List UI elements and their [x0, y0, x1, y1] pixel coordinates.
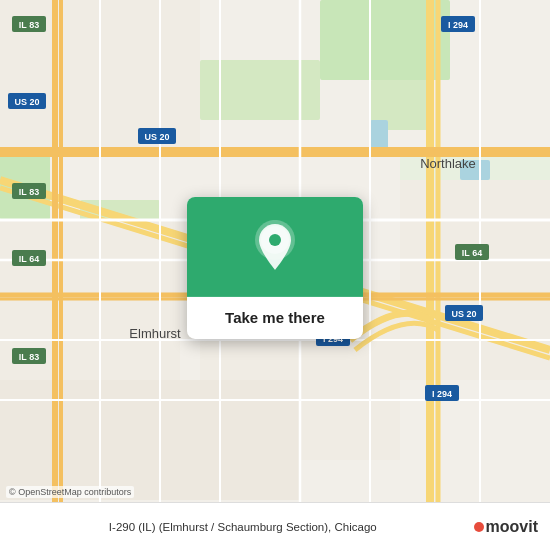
svg-text:IL 64: IL 64: [462, 248, 482, 258]
svg-rect-6: [370, 120, 388, 150]
svg-text:Northlake: Northlake: [420, 156, 476, 171]
svg-text:IL 64: IL 64: [19, 254, 39, 264]
card-footer[interactable]: Take me there: [187, 297, 363, 339]
map-container: IL 83 US 20 US 20 IL 83 IL 64 I 294 I 29…: [0, 0, 550, 550]
svg-point-61: [269, 234, 281, 246]
destination-card: Take me there: [187, 197, 363, 339]
moovit-logo: moovit: [474, 518, 538, 536]
svg-rect-3: [200, 60, 320, 120]
moovit-wordmark: moovit: [486, 518, 538, 536]
take-me-there-button[interactable]: Take me there: [225, 309, 325, 326]
svg-rect-12: [0, 380, 300, 500]
attribution-text: © OpenStreetMap contributors: [9, 487, 131, 497]
svg-text:IL 83: IL 83: [19, 20, 39, 30]
svg-text:US 20: US 20: [451, 309, 476, 319]
svg-text:IL 83: IL 83: [19, 187, 39, 197]
svg-text:Elmhurst: Elmhurst: [129, 326, 181, 341]
svg-text:US 20: US 20: [14, 97, 39, 107]
location-pin-icon: [253, 220, 297, 274]
svg-text:US 20: US 20: [144, 132, 169, 142]
route-title: I-290 (IL) (Elmhurst / Schaumburg Sectio…: [12, 521, 474, 533]
moovit-dot-icon: [474, 522, 484, 532]
svg-text:IL 83: IL 83: [19, 352, 39, 362]
svg-text:I 294: I 294: [448, 20, 468, 30]
card-header: [187, 197, 363, 297]
bottom-bar: I-290 (IL) (Elmhurst / Schaumburg Sectio…: [0, 502, 550, 550]
svg-text:I 294: I 294: [432, 389, 452, 399]
osm-attribution: © OpenStreetMap contributors: [6, 486, 134, 498]
